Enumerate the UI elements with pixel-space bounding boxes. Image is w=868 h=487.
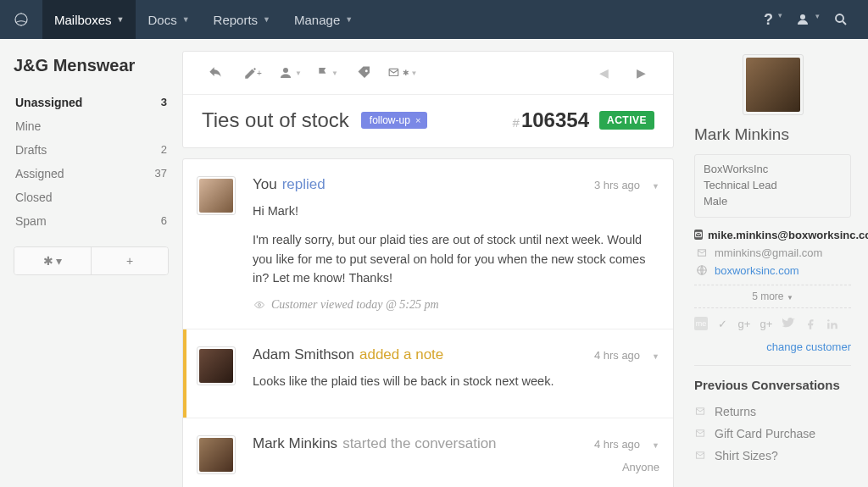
folder-label: Mine xyxy=(15,119,41,133)
status-badge: ACTIVE xyxy=(599,111,654,130)
googleplus-icon[interactable]: g+ xyxy=(759,317,774,332)
prev-conversation[interactable]: Shirt Sizes? xyxy=(694,445,851,467)
prev-conversation[interactable]: Returns xyxy=(694,401,851,423)
ticket-subject: Ties out of stock xyxy=(202,108,349,132)
show-more-contacts[interactable]: 5 more ▼ xyxy=(694,285,851,308)
svg-point-5 xyxy=(259,303,261,306)
nav-mailboxes[interactable]: Mailboxes▼ xyxy=(42,0,136,39)
prev-conversation[interactable]: Gift Card Purchase xyxy=(694,423,851,445)
folder-label: Assigned xyxy=(15,167,64,180)
message-menu-icon[interactable]: ▼ xyxy=(652,441,659,450)
folder-closed[interactable]: Closed xyxy=(14,185,169,209)
caret-down-icon: ▼ xyxy=(345,15,353,24)
subject-row: Ties out of stock follow-up× #106354 ACT… xyxy=(183,94,673,147)
customer-role: Technical Lead xyxy=(704,178,842,194)
svg-point-9 xyxy=(827,319,829,321)
nav-label: Docs xyxy=(147,13,176,27)
tag-remove-icon[interactable]: × xyxy=(415,115,420,125)
folder-label: Closed xyxy=(15,191,53,204)
prev-conversations-title: Previous Conversations xyxy=(694,378,851,392)
flag-icon[interactable]: ▼ xyxy=(309,60,346,86)
ticket-number: #106354 xyxy=(513,108,589,132)
customer-info-card: BoxWorksInc Technical Lead Male xyxy=(694,154,851,218)
prev-ticket-icon[interactable]: ◀ xyxy=(585,60,622,86)
message-menu-icon[interactable]: ▼ xyxy=(652,352,659,361)
customer-org: BoxWorksInc xyxy=(704,162,842,178)
sidebar: J&G Menswear Unassigned3 Mine Drafts2 As… xyxy=(0,39,182,487)
change-customer-link[interactable]: change customer xyxy=(694,340,851,353)
folder-count: 37 xyxy=(155,167,167,180)
folder-label: Unassigned xyxy=(15,96,82,109)
avatar xyxy=(197,435,236,474)
message-body: Hi Mark! I'm really sorry, but our plaid… xyxy=(253,202,659,288)
facebook-icon[interactable] xyxy=(803,317,818,332)
caret-down-icon: ▼ xyxy=(117,15,125,24)
tag-label: follow-up xyxy=(370,114,410,126)
assign-icon[interactable]: ▼ xyxy=(271,60,309,86)
help-icon[interactable]: ?▾ xyxy=(756,11,790,29)
folder-spam[interactable]: Spam6 xyxy=(14,209,169,233)
svg-point-2 xyxy=(836,14,843,22)
reply-icon[interactable] xyxy=(197,60,234,86)
folder-drafts[interactable]: Drafts2 xyxy=(14,138,169,162)
aboutme-icon[interactable]: me xyxy=(694,317,708,330)
svg-point-0 xyxy=(15,14,27,25)
folder-unassigned[interactable]: Unassigned3 xyxy=(14,91,169,114)
folder-label: Drafts xyxy=(15,143,47,157)
customer-avatar xyxy=(743,54,804,115)
nav-label: Reports xyxy=(214,13,259,27)
settings-button[interactable]: ✱ ▾ xyxy=(14,247,92,274)
prev-conv-label: Returns xyxy=(715,405,756,418)
message: Adam Smithson added a note 4 hrs ago ▼ L… xyxy=(183,329,673,418)
message-menu-icon[interactable]: ▼ xyxy=(652,182,659,191)
customer-name: Mark Minkins xyxy=(694,125,851,144)
foursquare-icon[interactable]: ✓ xyxy=(715,317,730,332)
message: You replied 3 hrs ago ▼ Hi Mark! I'm rea… xyxy=(183,159,673,329)
customer-gender: Male xyxy=(704,194,842,210)
customer-panel: Mark Minkins BoxWorksInc Technical Lead … xyxy=(677,39,868,487)
search-icon[interactable] xyxy=(824,12,858,27)
note-icon[interactable]: + xyxy=(234,60,271,86)
toolbar: + ▼ ▼ ✱▼ ◀ ▶ xyxy=(183,52,673,94)
message-author: You xyxy=(253,176,277,193)
twitter-icon[interactable] xyxy=(781,317,796,332)
svg-rect-8 xyxy=(827,323,829,329)
social-row: me ✓ g+ g+ xyxy=(694,317,851,332)
globe-icon xyxy=(694,264,709,276)
message-author: Adam Smithson xyxy=(253,346,354,363)
add-button[interactable]: + xyxy=(92,247,168,274)
contact-email[interactable]: mminkins@gmail.com xyxy=(694,244,851,262)
folder-count: 6 xyxy=(161,214,167,228)
folder-assigned[interactable]: Assigned37 xyxy=(14,162,169,185)
top-nav: Mailboxes▼ Docs▼ Reports▼ Manage▼ ?▾ ▾ xyxy=(0,0,868,39)
folder-label: Spam xyxy=(15,214,47,228)
mail-icon xyxy=(694,230,703,240)
conversation-panel: + ▼ ▼ ✱▼ ◀ ▶ Ties out of stock follow-up… xyxy=(182,39,677,487)
logo-icon[interactable] xyxy=(0,9,42,30)
caret-down-icon: ▼ xyxy=(263,15,270,24)
message-assignee: Anyone xyxy=(253,461,659,473)
message-body: Looks like the plaid ties will be back i… xyxy=(253,372,659,390)
svg-point-3 xyxy=(283,68,288,73)
mailbox-title: J&G Menswear xyxy=(14,56,169,75)
googleplus-icon[interactable]: g+ xyxy=(737,317,752,332)
nav-manage[interactable]: Manage▼ xyxy=(282,0,364,39)
folder-mine[interactable]: Mine xyxy=(14,114,169,138)
tag-icon[interactable] xyxy=(346,60,383,86)
contact-website[interactable]: boxworksinc.com xyxy=(694,262,851,279)
more-actions-icon[interactable]: ✱▼ xyxy=(383,60,420,86)
nav-docs[interactable]: Docs▼ xyxy=(136,0,201,39)
user-menu-icon[interactable]: ▾ xyxy=(790,12,824,27)
contact-email-primary[interactable]: mike.minkins@boxworksinc.com xyxy=(694,226,851,244)
svg-point-1 xyxy=(800,14,805,19)
next-ticket-icon[interactable]: ▶ xyxy=(622,60,659,86)
nav-reports[interactable]: Reports▼ xyxy=(202,0,282,39)
viewed-indicator: Customer viewed today @ 5:25 pm xyxy=(253,298,659,312)
nav-label: Mailboxes xyxy=(54,13,112,27)
message-action: added a note xyxy=(359,346,443,363)
linkedin-icon[interactable] xyxy=(825,317,840,332)
tag-chip[interactable]: follow-up× xyxy=(361,112,427,129)
message-action: replied xyxy=(282,176,326,193)
mail-icon xyxy=(694,429,708,438)
nav-label: Manage xyxy=(294,13,340,27)
